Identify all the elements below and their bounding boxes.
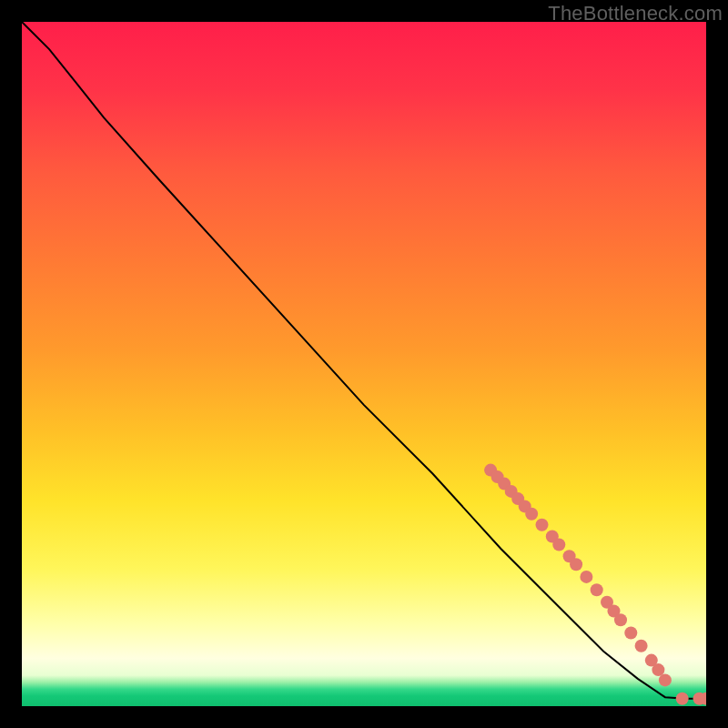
- data-marker: [570, 558, 582, 571]
- data-marker: [614, 613, 627, 626]
- data-marker: [624, 627, 637, 640]
- data-marker: [580, 571, 592, 583]
- data-marker: [591, 583, 603, 596]
- data-marker: [525, 508, 538, 521]
- data-marker: [659, 673, 672, 686]
- data-marker: [635, 640, 648, 652]
- data-marker: [552, 539, 565, 551]
- data-marker: [536, 519, 549, 531]
- data-marker: [676, 693, 689, 705]
- chart-overlay: [22, 22, 706, 706]
- watermark-text: TheBottleneck.com: [548, 2, 723, 25]
- curve-markers: [484, 464, 706, 705]
- plot-area: [22, 22, 706, 706]
- chart-stage: TheBottleneck.com: [0, 0, 728, 728]
